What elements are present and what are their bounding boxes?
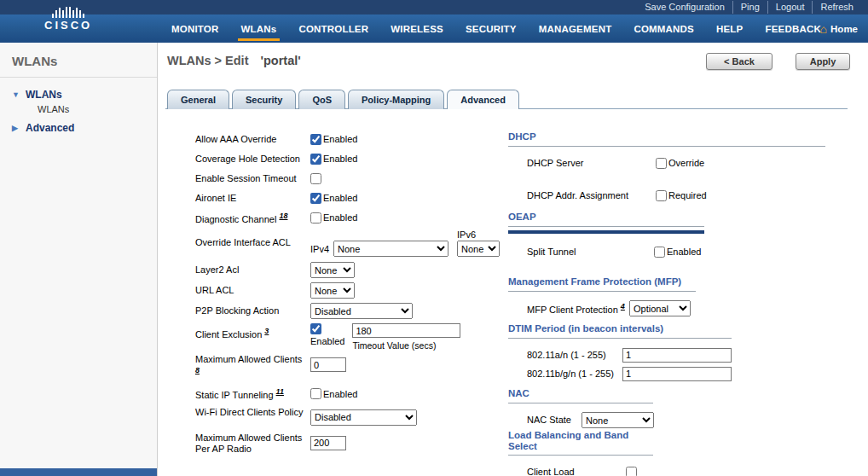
dhcp-server-override-checkbox[interactable] <box>656 158 667 169</box>
footnote-ref: 8 <box>195 366 200 374</box>
row-p2p-blocking-action: P2P Blocking Action Disabled <box>195 303 489 319</box>
coverage-hole-detection-checkbox[interactable] <box>310 154 321 165</box>
sidebar-item-wlans[interactable]: ▼ WLANs <box>12 86 157 103</box>
field-label: Client Exclusion 3 <box>195 323 310 340</box>
home-icon: ⌂ <box>820 23 827 35</box>
url-acl-select[interactable]: None <box>310 282 355 299</box>
field-label: Static IP Tunneling 11 <box>195 386 310 401</box>
ipv4-acl-select[interactable]: None <box>333 241 448 257</box>
row-url-acl: URL ACL None <box>195 282 489 299</box>
row-static-ip-tunneling: Static IP Tunneling 11 Enabled <box>195 386 489 402</box>
field-label: Maximum Allowed Clients 8 <box>195 354 310 380</box>
nav-security[interactable]: SECURITY <box>454 15 528 43</box>
split-tunnel-checkbox[interactable] <box>654 247 665 258</box>
row-client-load: Client Load <box>508 464 825 476</box>
section-heading-dhcp: DHCP <box>508 131 825 147</box>
sidebar-item-label: Advanced <box>26 122 74 134</box>
diagnostic-channel-checkbox[interactable] <box>310 212 321 223</box>
ipv6-label: IPv6 <box>457 229 500 240</box>
enable-session-timeout-checkbox[interactable] <box>310 173 321 184</box>
save-configuration-link[interactable]: Save Configuration <box>637 1 733 14</box>
home-label: Home <box>830 24 858 34</box>
p2p-blocking-action-select[interactable]: Disabled <box>310 303 413 319</box>
nav-help[interactable]: HELP <box>705 15 754 43</box>
field-label: Coverage Hole Detection <box>195 154 310 165</box>
logout-link[interactable]: Logout <box>768 1 813 14</box>
checkbox-label: Enabled <box>323 212 357 223</box>
section-heading-dtim: DTIM Period (in beacon intervals) <box>508 323 732 339</box>
nav-monitor[interactable]: MONITOR <box>160 15 230 43</box>
row-dhcp-server: DHCP Server Override <box>508 155 825 171</box>
ipv4-label: IPv4 <box>310 244 329 254</box>
field-label: MFP Client Protection 4 <box>527 301 629 316</box>
row-nac-state: NAC State None <box>508 412 825 428</box>
layer2-acl-select[interactable]: None <box>310 262 355 278</box>
tab-qos[interactable]: QoS <box>298 90 345 109</box>
dhcp-addr-required-checkbox[interactable] <box>656 190 667 201</box>
sidebar-title: WLANs <box>0 43 157 78</box>
nav-management[interactable]: MANAGEMENT <box>528 15 623 43</box>
field-label: Aironet IE <box>195 193 310 204</box>
nav-wlans[interactable]: WLANs <box>230 15 288 43</box>
refresh-link[interactable]: Refresh <box>813 1 861 14</box>
sidebar: WLANs ▼ WLANs WLANs ▶ Advanced <box>0 43 158 476</box>
row-dtim-a-n: 802.11a/n (1 - 255) <box>508 347 825 363</box>
nav-home[interactable]: ⌂ Home <box>820 15 858 43</box>
top-utility-bar: Save Configuration Ping Logout Refresh <box>0 0 868 15</box>
nac-state-select[interactable]: None <box>582 412 654 428</box>
mfp-client-protection-select[interactable]: Optional <box>629 300 691 316</box>
field-label: DHCP Addr. Assignment <box>527 190 656 201</box>
field-label: Client Load <box>527 467 626 476</box>
nav-controller[interactable]: CONTROLLER <box>287 15 379 43</box>
apply-button[interactable]: Apply <box>796 53 850 70</box>
row-max-clients-per-ap-radio: Maximum Allowed Clients Per AP Radio <box>195 432 489 455</box>
row-override-interface-acl: Override Interface ACL IPv4 None IPv6 No… <box>195 229 489 257</box>
cisco-brand-text: CISCO <box>44 19 92 32</box>
checkbox-label: Override <box>668 158 704 168</box>
row-dtim-b-g-n: 802.11b/g/n (1 - 255) <box>508 366 825 381</box>
aironet-ie-checkbox[interactable] <box>310 193 321 204</box>
client-exclusion-checkbox[interactable] <box>310 323 321 334</box>
static-ip-tunneling-checkbox[interactable] <box>310 388 321 399</box>
field-label-text: Diagnostic Channel <box>195 213 276 223</box>
tab-general[interactable]: General <box>167 90 229 109</box>
tab-advanced[interactable]: Advanced <box>447 90 519 109</box>
allow-aaa-override-checkbox[interactable] <box>310 134 321 145</box>
max-clients-per-ap-radio-input[interactable] <box>310 436 346 450</box>
field-label: 802.11b/g/n (1 - 255) <box>527 369 622 380</box>
tab-policy-mapping[interactable]: Policy-Mapping <box>348 90 444 109</box>
field-label: Enable Session Timeout <box>195 173 310 184</box>
checkbox-label: Enabled <box>323 154 357 164</box>
timeout-value-label: Timeout Value (secs) <box>352 340 436 351</box>
client-load-checkbox[interactable] <box>626 467 637 476</box>
back-button[interactable]: < Back <box>706 53 773 70</box>
row-wifi-direct-clients-policy: Wi-Fi Direct Clients Policy Disabled <box>195 407 489 426</box>
field-label: Diagnostic Channel 18 <box>195 211 310 225</box>
sidebar-subitem-wlans[interactable]: WLANs <box>12 103 157 119</box>
tab-security[interactable]: Security <box>232 90 296 109</box>
client-exclusion-timeout-input[interactable] <box>352 323 460 338</box>
breadcrumb-wlan-name: 'portal' <box>261 54 301 67</box>
sidebar-footer-strip <box>0 468 157 476</box>
checkbox-label: Enabled <box>323 389 357 399</box>
checkbox-label: Enabled <box>310 336 344 346</box>
nav-commands[interactable]: COMMANDS <box>622 15 705 43</box>
dtim-80211bgn-input[interactable] <box>622 367 732 381</box>
maximum-allowed-clients-input[interactable] <box>310 357 346 372</box>
dtim-80211an-input[interactable] <box>622 348 732 363</box>
checkbox-label: Enabled <box>323 134 357 144</box>
ipv6-acl-select[interactable]: None <box>457 241 500 257</box>
wifi-direct-clients-policy-select[interactable]: Disabled <box>310 409 417 426</box>
sidebar-item-advanced[interactable]: ▶ Advanced <box>12 119 157 136</box>
row-client-exclusion: Client Exclusion 3 Enabled Timeout Value… <box>195 323 489 351</box>
row-enable-session-timeout: Enable Session Timeout <box>195 171 489 186</box>
sidebar-item-label: WLANs <box>26 89 62 101</box>
footnote-ref: 3 <box>264 327 269 335</box>
row-dhcp-addr-assignment: DHCP Addr. Assignment Required <box>508 188 825 203</box>
checkbox-label: Enabled <box>323 193 357 203</box>
advanced-tab-panel: Allow AAA Override Enabled Coverage Hole… <box>159 109 868 476</box>
section-heading-oeap: OEAP <box>508 212 704 227</box>
nav-wireless[interactable]: WIRELESS <box>379 15 454 43</box>
cisco-logo-icon: CISCO <box>44 6 92 32</box>
ping-link[interactable]: Ping <box>733 1 768 14</box>
